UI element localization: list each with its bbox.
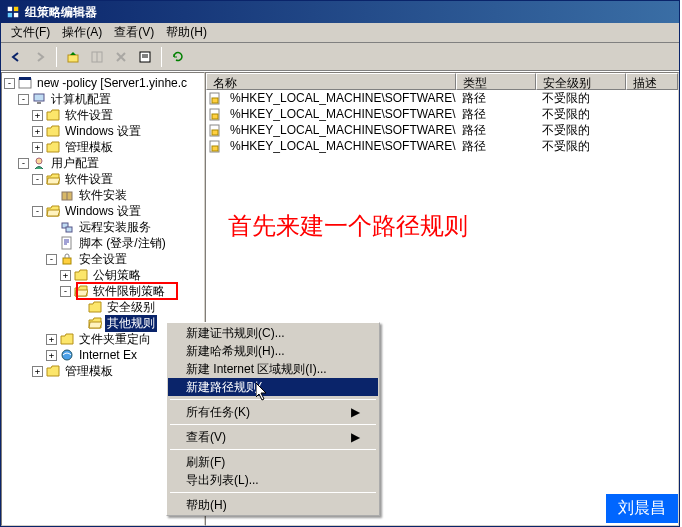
- rule-icon: [208, 107, 224, 121]
- app-icon: [5, 4, 21, 20]
- ctx-export[interactable]: 导出列表(L)...: [168, 471, 378, 489]
- tree-win-settings[interactable]: +Windows 设置: [4, 123, 202, 139]
- folder-icon: [45, 107, 61, 123]
- up-button[interactable]: [62, 46, 84, 68]
- list-row[interactable]: %HKEY_LOCAL_MACHINE\SOFTWARE\Micro...路径不…: [206, 90, 678, 106]
- submenu-arrow-icon: ▶: [351, 405, 360, 419]
- ctx-all-tasks[interactable]: 所有任务(K)▶: [168, 403, 378, 421]
- list-header: 名称 类型 安全级别 描述: [206, 73, 678, 90]
- cell-level: 不受限的: [536, 138, 626, 155]
- menu-separator: [170, 449, 376, 450]
- svg-rect-13: [37, 102, 41, 104]
- tree-sec-level[interactable]: 安全级别: [4, 299, 202, 315]
- folder-open-icon: [45, 203, 61, 219]
- tree-pubkey[interactable]: +公钥策略: [4, 267, 202, 283]
- svg-rect-12: [34, 94, 44, 101]
- forward-button[interactable]: [29, 46, 51, 68]
- cell-name: %HKEY_LOCAL_MACHINE\SOFTWARE\Micro...: [224, 107, 456, 121]
- collapse-icon[interactable]: -: [32, 206, 43, 217]
- collapse-icon[interactable]: -: [46, 254, 57, 265]
- menu-separator: [170, 492, 376, 493]
- list-row[interactable]: %HKEY_LOCAL_MACHINE\SOFTWARE\Micro...路径不…: [206, 122, 678, 138]
- menu-view[interactable]: 查看(V): [108, 22, 160, 43]
- tree-sw-install[interactable]: 软件安装: [4, 187, 202, 203]
- menu-action[interactable]: 操作(A): [56, 22, 108, 43]
- col-type[interactable]: 类型: [456, 73, 536, 90]
- svg-rect-11: [19, 77, 31, 80]
- tree-sw-settings[interactable]: +软件设置: [4, 107, 202, 123]
- ctx-help[interactable]: 帮助(H): [168, 496, 378, 514]
- expand-icon[interactable]: +: [46, 334, 57, 345]
- col-desc[interactable]: 描述: [626, 73, 678, 90]
- tree-user-cfg[interactable]: -用户配置: [4, 155, 202, 171]
- svg-point-14: [36, 158, 42, 164]
- properties-button[interactable]: [134, 46, 156, 68]
- back-button[interactable]: [5, 46, 27, 68]
- user-icon: [31, 155, 47, 171]
- col-level[interactable]: 安全级别: [536, 73, 626, 90]
- list-row[interactable]: %HKEY_LOCAL_MACHINE\SOFTWARE\Micro...路径不…: [206, 138, 678, 154]
- svg-rect-3: [14, 13, 18, 17]
- svg-rect-2: [8, 13, 12, 17]
- cell-name: %HKEY_LOCAL_MACHINE\SOFTWARE\Micro...: [224, 91, 456, 105]
- expand-icon[interactable]: +: [32, 366, 43, 377]
- annotation-text: 首先来建一个路径规则: [228, 210, 468, 242]
- tree-computer-cfg[interactable]: -计算机配置: [4, 91, 202, 107]
- expand-icon[interactable]: +: [32, 110, 43, 121]
- expand-icon[interactable]: +: [60, 270, 71, 281]
- tree-win-settings2[interactable]: -Windows 设置: [4, 203, 202, 219]
- folder-icon: [87, 299, 103, 315]
- tree-root[interactable]: -new -policy [Server1.yinhe.c: [4, 75, 202, 91]
- svg-rect-29: [212, 146, 218, 151]
- collapse-icon[interactable]: -: [32, 174, 43, 185]
- ctx-refresh[interactable]: 刷新(F): [168, 453, 378, 471]
- svg-rect-23: [212, 98, 218, 103]
- collapse-icon[interactable]: -: [18, 158, 29, 169]
- ie-icon: [59, 347, 75, 363]
- folder-icon: [73, 267, 89, 283]
- delete-button[interactable]: [110, 46, 132, 68]
- list-row[interactable]: %HKEY_LOCAL_MACHINE\SOFTWARE\Micro...路径不…: [206, 106, 678, 122]
- network-icon: [59, 219, 75, 235]
- svg-rect-10: [19, 79, 31, 88]
- submenu-arrow-icon: ▶: [351, 430, 360, 444]
- expand-icon[interactable]: +: [46, 350, 57, 361]
- tree-sec-settings[interactable]: -安全设置: [4, 251, 202, 267]
- expand-icon[interactable]: +: [32, 126, 43, 137]
- cell-level: 不受限的: [536, 90, 626, 107]
- collapse-icon[interactable]: -: [18, 94, 29, 105]
- computer-icon: [31, 91, 47, 107]
- cell-type: 路径: [456, 90, 536, 107]
- refresh-button[interactable]: [167, 46, 189, 68]
- menu-help[interactable]: 帮助(H): [160, 22, 213, 43]
- window-title: 组策略编辑器: [25, 4, 97, 21]
- author-tag: 刘晨昌: [606, 494, 678, 523]
- tree-admin-tmpl[interactable]: +管理模板: [4, 139, 202, 155]
- tree-sw-settings2[interactable]: -软件设置: [4, 171, 202, 187]
- col-name[interactable]: 名称: [206, 73, 456, 90]
- tree-scripts[interactable]: 脚本 (登录/注销): [4, 235, 202, 251]
- ctx-new-zone[interactable]: 新建 Internet 区域规则(I)...: [168, 360, 378, 378]
- collapse-icon[interactable]: -: [4, 78, 15, 89]
- cell-name: %HKEY_LOCAL_MACHINE\SOFTWARE\Micro...: [224, 123, 456, 137]
- ctx-new-cert[interactable]: 新建证书规则(C)...: [168, 324, 378, 342]
- toolbar-separator: [56, 47, 57, 67]
- svg-rect-4: [68, 55, 78, 62]
- ctx-new-path[interactable]: 新建路径规则(: [168, 378, 378, 396]
- ctx-new-hash[interactable]: 新建哈希规则(H)...: [168, 342, 378, 360]
- collapse-icon[interactable]: -: [60, 286, 71, 297]
- show-hide-button[interactable]: [86, 46, 108, 68]
- tree-remote-install[interactable]: 远程安装服务: [4, 219, 202, 235]
- menu-file[interactable]: 文件(F): [5, 22, 56, 43]
- menu-separator: [170, 399, 376, 400]
- tree-sw-restrict[interactable]: -软件限制策略: [4, 283, 202, 299]
- svg-rect-1: [14, 7, 18, 11]
- folder-icon: [45, 139, 61, 155]
- folder-open-icon: [87, 315, 103, 331]
- titlebar[interactable]: 组策略编辑器: [1, 1, 679, 23]
- rule-icon: [208, 123, 224, 137]
- expand-icon[interactable]: +: [32, 142, 43, 153]
- ctx-view[interactable]: 查看(V)▶: [168, 428, 378, 446]
- cell-type: 路径: [456, 122, 536, 139]
- rule-icon: [208, 139, 224, 153]
